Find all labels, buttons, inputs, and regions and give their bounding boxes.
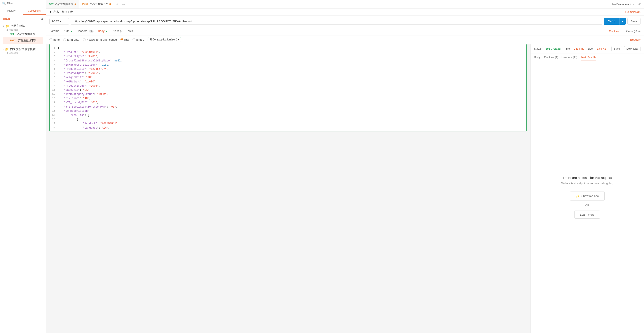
trash-label[interactable]: Trash <box>2 17 10 20</box>
response-tab-test-results[interactable]: Test Results <box>581 54 596 61</box>
tab-prereq[interactable]: Pre-req. <box>112 27 122 35</box>
line-content: "Division": "40", <box>58 96 91 100</box>
folder-header[interactable]: 📁 产品主数据 <box>2 24 43 28</box>
method-badge-post: POST <box>9 39 16 42</box>
line-content: "GrossWeight": "1.000", <box>58 71 100 76</box>
line-number: 4 <box>52 59 58 63</box>
new-tab-button[interactable]: + <box>114 2 120 6</box>
format-select[interactable]: JSON (application/json) ▾ <box>148 37 181 42</box>
option-urlencoded[interactable]: x-www-form-urlencoded <box>83 38 117 41</box>
request-item-post[interactable]: POST 产品主数据下发 <box>2 38 43 44</box>
code-line: 12 "ItemCategoryGroup": "NORM", <box>50 92 526 96</box>
learn-more-button[interactable]: Learn more <box>574 210 600 219</box>
cookies-link[interactable]: Cookies <box>609 30 619 33</box>
search-input[interactable] <box>7 2 44 5</box>
comment-badge: 💬 (0) <box>634 30 641 32</box>
line-number: 8 <box>52 76 58 80</box>
bottom-panels: 1{2 "Product": "202004081",3 "ProductTyp… <box>46 44 644 333</box>
folder-name: 产品主数据 <box>11 24 25 28</box>
eye-button[interactable]: 👁 <box>638 2 642 6</box>
sidebar-tab-bar: History Collections <box>0 7 46 15</box>
raw-label: raw <box>124 38 129 41</box>
tab-method-post: POST <box>82 3 88 5</box>
code-editor[interactable]: 1{2 "Product": "202004081",3 "ProductTyp… <box>50 44 526 132</box>
tab-body[interactable]: Body <box>98 27 107 35</box>
folder2-count: 4 requests <box>6 52 43 54</box>
code-line: 15 "YY1_Specificationtype_PRD": "01", <box>50 105 526 109</box>
code-link[interactable]: Code 💬 (0) <box>626 30 640 33</box>
line-content: { <box>58 46 59 50</box>
tab-params[interactable]: Params <box>50 27 59 35</box>
more-tabs-button[interactable]: ••• <box>120 2 127 6</box>
save-download-group: Save Download <box>612 46 640 52</box>
line-number: 20 <box>52 126 58 130</box>
line-content: "Product": "202004081", <box>58 50 100 54</box>
time-label: Time: <box>564 47 570 50</box>
line-content: "ProductOldID": "123456797", <box>58 67 108 71</box>
code-line: 18 { <box>50 118 526 122</box>
line-number: 5 <box>52 63 58 67</box>
folder-icon: 📁 <box>6 24 10 28</box>
request-item-get[interactable]: GET 产品主数据查询 <box>2 31 43 38</box>
line-number: 7 <box>52 71 58 76</box>
line-content: "to_Description": { <box>58 109 94 113</box>
line-number: 1 <box>52 46 58 50</box>
option-form-data[interactable]: form-data <box>63 38 80 41</box>
tab-post-request[interactable]: POST 产品主数据下发 <box>80 0 114 8</box>
code-line: 8 "WeightUnit": "KG", <box>50 76 526 80</box>
examples-link[interactable]: Examples (0) <box>625 10 640 14</box>
code-line: 5 "IsMarkedForDeletion": false, <box>50 63 526 67</box>
code-line: 17 "results": [ <box>50 113 526 118</box>
option-none[interactable]: none <box>50 38 60 41</box>
option-binary[interactable]: binary <box>132 38 144 41</box>
option-raw[interactable]: raw <box>120 38 129 41</box>
tab-name-get: 产品主数据查询 <box>55 2 73 6</box>
status-value: 201 Created <box>546 47 560 50</box>
url-input[interactable] <box>71 18 602 25</box>
magic-icon: ✨ <box>575 194 580 198</box>
response-tab-bar: Body Cookies (2) Headers (11) Test Resul… <box>530 54 644 61</box>
sidebar-search-bar[interactable]: 🔍 <box>0 0 46 7</box>
beautify-link[interactable]: Beautify <box>630 38 640 41</box>
tab-auth[interactable]: Auth <box>64 27 72 35</box>
line-content: "IsMarkedForDeletion": false, <box>58 63 110 67</box>
tab-collections[interactable]: Collections <box>23 7 46 15</box>
headers-resp-badge: (11) <box>573 56 577 58</box>
new-collection-icon[interactable]: ⊡ <box>40 17 43 20</box>
headers-badge: (4) <box>89 30 94 32</box>
show-me-how-button[interactable]: ✨ Show me how <box>570 192 605 200</box>
save-button[interactable]: Save <box>628 18 640 25</box>
code-line: 4 "CrossPlantStatusValidityDate": null, <box>50 59 526 63</box>
no-tests-subtitle: Write a test script to automate debuggin… <box>561 182 613 185</box>
response-save-button[interactable]: Save <box>612 46 622 52</box>
response-status-bar: Status: 201 Created Time: 2433 ms Size: … <box>530 44 644 54</box>
code-line: 11 "BaseUnit": "EA", <box>50 88 526 92</box>
line-number: 12 <box>52 92 58 96</box>
folder2-header[interactable]: 📁 内向交货单信息接收 <box>2 47 43 51</box>
response-tab-body[interactable]: Body <box>534 54 540 61</box>
line-number: 15 <box>52 105 58 109</box>
tab-get-request[interactable]: GET 产品主数据查询 <box>46 0 80 8</box>
tab-history[interactable]: History <box>0 7 23 15</box>
tab-tests[interactable]: Tests <box>126 27 133 35</box>
tab-headers[interactable]: Headers (4) <box>76 27 94 35</box>
line-content: "CrossPlantStatusValidityDate": null, <box>58 59 122 63</box>
line-number: 10 <box>52 84 58 88</box>
send-button[interactable]: Send <box>604 18 620 25</box>
send-dropdown-button[interactable]: ▾ <box>620 18 626 25</box>
code-line: 7 "GrossWeight": "1.000", <box>50 71 526 76</box>
environment-selector[interactable]: No Environment ▾ <box>610 2 636 7</box>
code-line: 14 "YY1_brand_PRD": "01", <box>50 100 526 105</box>
response-tab-cookies[interactable]: Cookies (2) <box>544 54 558 61</box>
format-value: JSON (application/json) <box>150 38 177 41</box>
tab-bar-right: No Environment ▾ 👁 <box>610 2 644 7</box>
code-line: 10 "ProductGroup": "L004", <box>50 84 526 88</box>
chevron-down-icon <box>2 26 4 27</box>
form-data-label: form-data <box>67 38 80 41</box>
status-label: Status: <box>534 47 542 50</box>
auth-dot <box>71 30 72 32</box>
method-select[interactable]: POST ▾ <box>50 18 69 24</box>
response-download-button[interactable]: Download <box>624 46 640 52</box>
line-number: 14 <box>52 100 58 105</box>
response-tab-headers[interactable]: Headers (11) <box>562 54 577 61</box>
